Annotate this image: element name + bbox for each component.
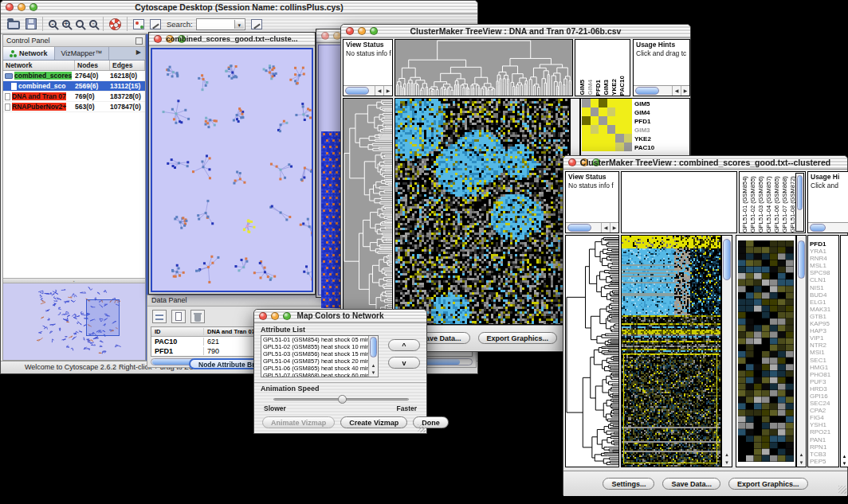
attribute-list-item[interactable]: GPL51-01 (GSM854) heat shock 05 min xyxy=(261,336,378,343)
column-labels-scrollbar[interactable] xyxy=(795,173,804,232)
heatmap-selection-rect[interactable] xyxy=(623,354,717,463)
scroll-thumb[interactable] xyxy=(567,224,591,232)
resize-grip[interactable] xyxy=(418,424,426,432)
tv2-zoom-heatmap-panel[interactable] xyxy=(736,235,796,467)
scroll-down-arrow[interactable]: ▼ xyxy=(797,459,806,467)
tv1-column-dendrogram[interactable] xyxy=(395,39,573,96)
scroll-up-arrow[interactable]: ▲ xyxy=(797,451,806,459)
animation-speed-slider[interactable] xyxy=(273,398,409,400)
network-canvas-area[interactable] xyxy=(151,48,313,292)
attribute-list-item[interactable]: GPL51-02 (GSM855) heat shock 10 min xyxy=(261,343,378,350)
tv2-zoom-vscrollbar[interactable]: ▲ ▼ xyxy=(796,235,807,467)
export-graphics--button[interactable]: Export Graphics... xyxy=(478,332,558,344)
search-dropdown-icon[interactable]: ▾ xyxy=(234,20,244,29)
zoom-selected-icon[interactable]: ▫ xyxy=(89,20,97,28)
tv2-column-dendrogram[interactable] xyxy=(621,171,737,233)
scroll-left-arrow[interactable]: ◀ xyxy=(375,86,383,96)
slider-thumb[interactable] xyxy=(338,395,347,404)
attribute-editor-icon[interactable] xyxy=(251,19,262,29)
annotation-icon[interactable] xyxy=(150,19,161,29)
scroll-down-arrow[interactable]: ▼ xyxy=(841,461,848,466)
vizmapper-icon[interactable] xyxy=(133,19,144,29)
column-dendrogram-canvas[interactable] xyxy=(395,40,572,96)
attribute-list-scrollbar[interactable]: ▲ ▼ xyxy=(368,336,378,377)
col-nodes[interactable]: Nodes xyxy=(75,61,110,70)
network-list-row[interactable]: RNAPuberNov2+563(0)107847(0) xyxy=(3,102,145,112)
scroll-thumb[interactable] xyxy=(723,239,731,280)
attribute-list-item[interactable]: GPL51-04 (GSM857) heat shock 20 min xyxy=(261,357,378,365)
tv2-right-scroll-strip[interactable]: ▲ ▼ xyxy=(840,235,848,467)
tv2-row-dendrogram[interactable] xyxy=(565,235,619,467)
scroll-thumb[interactable] xyxy=(345,87,369,95)
tv2-heatmap-vscrollbar[interactable]: ▲ ▼ xyxy=(721,235,732,467)
main-titlebar[interactable]: Cytoscape Desktop (Session Name: collins… xyxy=(1,1,477,14)
usage-hints-scrollbar[interactable] xyxy=(808,222,848,232)
heatmap-canvas[interactable] xyxy=(395,99,569,324)
scroll-left-arrow[interactable]: ◀ xyxy=(672,86,681,96)
attribute-list[interactable]: GPL51-01 (GSM854) heat shock 05 minGPL51… xyxy=(261,335,379,377)
delete-attribute-icon[interactable] xyxy=(190,310,205,323)
move-up-button[interactable]: ^ xyxy=(388,339,420,351)
network-overview-panel[interactable] xyxy=(3,283,145,360)
scroll-down-arrow[interactable]: ▼ xyxy=(369,369,378,377)
panel-splitter[interactable]: ▪ xyxy=(3,278,145,283)
scroll-thumb[interactable] xyxy=(798,240,805,279)
help-lifesaver-icon[interactable] xyxy=(109,18,121,30)
network-frame[interactable]: combined_scores_good.txt--cluste... xyxy=(148,32,316,295)
tv1-mini-heatmap[interactable] xyxy=(582,99,632,151)
move-down-button[interactable]: v xyxy=(388,357,420,369)
scroll-right-arrow[interactable]: ▶ xyxy=(383,86,392,96)
network-view[interactable] xyxy=(152,49,313,292)
scroll-thumb[interactable] xyxy=(810,224,826,232)
attribute-list-item[interactable]: GPL51-06 (GSM865) heat shock 40 min xyxy=(261,365,378,372)
attribute-list-item[interactable]: GPL51-07 (GSM868) heat shock 60 min xyxy=(261,372,378,377)
export-graphics--button[interactable]: Export Graphics... xyxy=(728,478,808,490)
tv2-heatmap[interactable] xyxy=(621,235,721,467)
close-button[interactable] xyxy=(321,32,329,40)
usage-hints-scrollbar[interactable]: ◀ ▶ xyxy=(634,85,689,96)
view-status-scrollbar[interactable]: ◀ ▶ xyxy=(344,85,392,96)
scroll-right-arrow[interactable]: ▶ xyxy=(610,223,618,232)
tv1-heatmap[interactable] xyxy=(395,98,570,325)
settings--button[interactable]: Settings... xyxy=(603,478,654,490)
col-network[interactable]: Network xyxy=(3,61,75,70)
open-icon[interactable] xyxy=(7,21,20,29)
network-table-header[interactable]: Network Nodes Edges xyxy=(3,61,145,71)
save-icon[interactable] xyxy=(26,18,37,29)
row-dendrogram-canvas[interactable] xyxy=(344,99,392,324)
scroll-thumb[interactable] xyxy=(797,175,803,210)
zoom-fit-icon[interactable] xyxy=(76,20,84,28)
tab-overflow-arrow[interactable]: ▶ xyxy=(132,47,145,60)
row-dendrogram-canvas[interactable] xyxy=(566,236,618,467)
dialog-titlebar[interactable]: Map Colors to Network xyxy=(254,310,426,323)
float-panel-icon[interactable] xyxy=(135,37,143,45)
tab-vizmapper[interactable]: VizMapper™ xyxy=(55,47,110,60)
zoom-out-icon[interactable]: - xyxy=(49,20,57,28)
zoom-in-icon[interactable]: + xyxy=(62,20,70,28)
overview-viewport-rect[interactable] xyxy=(86,299,120,336)
select-attributes-icon[interactable] xyxy=(152,310,167,323)
treeview2-titlebar[interactable]: ClusterMaker TreeView : combined_scores_… xyxy=(563,156,847,170)
scroll-thumb[interactable] xyxy=(370,337,377,357)
resize-grip[interactable] xyxy=(838,486,846,494)
network-list-row[interactable]: DNA and Tran 07769(0)183728(0) xyxy=(3,92,145,102)
col-edges[interactable]: Edges xyxy=(110,61,145,70)
scroll-thumb[interactable] xyxy=(635,87,659,95)
scroll-down-arrow[interactable]: ▼ xyxy=(722,459,732,467)
new-attribute-icon[interactable] xyxy=(171,310,186,323)
tv1-row-dendrogram[interactable] xyxy=(343,98,393,325)
treeview1-titlebar[interactable]: ClusterMaker TreeView : DNA and Tran 07-… xyxy=(341,25,690,38)
tab-network[interactable]: Network xyxy=(3,47,55,60)
attribute-list-item[interactable]: GPL51-03 (GSM856) heat shock 15 min xyxy=(261,350,378,357)
search-input[interactable]: ▾ xyxy=(196,18,245,30)
network-list-row[interactable]: combined_sco2569(6)13112(15) xyxy=(3,81,145,92)
scroll-up-arrow[interactable]: ▲ xyxy=(841,454,848,459)
scroll-left-arrow[interactable]: ◀ xyxy=(601,223,610,232)
view-status-scrollbar[interactable]: ◀ ▶ xyxy=(566,222,618,232)
animate-vizmap-button[interactable]: Animate Vizmap xyxy=(262,416,335,428)
zoom-heatmap-canvas[interactable] xyxy=(738,240,794,462)
save-data--button[interactable]: Save Data... xyxy=(662,478,720,490)
col-id[interactable]: ID xyxy=(151,328,204,335)
create-vizmap-button[interactable]: Create Vizmap xyxy=(340,416,407,428)
network-frame-titlebar[interactable]: combined_scores_good.txt--cluste... xyxy=(149,33,315,46)
